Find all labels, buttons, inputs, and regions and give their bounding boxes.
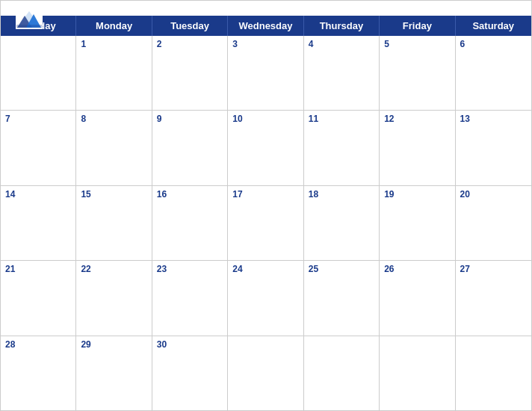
day-headers: Sunday Monday Tuesday Wednesday Thursday… <box>1 16 531 36</box>
day-number: 8 <box>81 114 146 124</box>
day-cell: 22 <box>76 261 152 335</box>
day-cell: 21 <box>1 261 76 335</box>
day-cell: 11 <box>304 111 380 185</box>
day-number: 29 <box>81 339 146 350</box>
day-cell: 30 <box>152 336 228 410</box>
day-cell: 28 <box>1 336 76 410</box>
day-cell: 1 <box>76 36 152 110</box>
day-cell: 13 <box>456 111 531 185</box>
header-monday: Monday <box>76 16 152 36</box>
day-number: 9 <box>157 114 223 124</box>
day-number: 23 <box>157 264 223 274</box>
day-number: 24 <box>232 264 298 274</box>
day-cell: 7 <box>1 111 76 185</box>
day-cell <box>456 336 531 410</box>
day-cell: 23 <box>152 261 228 335</box>
day-cell: 3 <box>228 36 303 110</box>
day-cell <box>228 336 303 410</box>
day-cell: 19 <box>380 186 455 260</box>
day-number: 7 <box>5 114 71 124</box>
day-cell: 16 <box>152 186 228 260</box>
day-cell: 4 <box>304 36 380 110</box>
day-cell: 27 <box>456 261 531 335</box>
logo-icon <box>16 8 43 29</box>
day-cell: 8 <box>76 111 152 185</box>
svg-rect-4 <box>16 25 42 28</box>
day-number: 5 <box>384 39 450 49</box>
day-number: 17 <box>232 189 298 200</box>
week-row-3: 14151617181920 <box>1 186 531 261</box>
day-cell: 5 <box>380 36 455 110</box>
day-number: 19 <box>384 189 450 200</box>
day-number: 26 <box>384 264 450 274</box>
day-number: 6 <box>460 39 527 49</box>
day-cell: 12 <box>380 111 455 185</box>
header-thursday: Thursday <box>304 16 380 36</box>
day-number: 22 <box>81 264 146 274</box>
day-cell <box>304 336 380 410</box>
day-number: 27 <box>460 264 527 274</box>
day-number: 18 <box>309 189 374 200</box>
week-row-5: 282930 <box>1 336 531 410</box>
day-cell: 17 <box>228 186 303 260</box>
day-cell: 2 <box>152 36 228 110</box>
day-number: 16 <box>157 189 223 200</box>
day-number: 12 <box>384 114 450 124</box>
day-number: 1 <box>81 39 146 49</box>
day-number: 28 <box>5 339 71 350</box>
calendar-body: 1234567891011121314151617181920212223242… <box>1 36 531 410</box>
day-cell: 26 <box>380 261 455 335</box>
day-cell: 24 <box>228 261 303 335</box>
day-number: 10 <box>232 114 298 124</box>
day-cell: 10 <box>228 111 303 185</box>
day-number: 14 <box>5 189 71 200</box>
day-number: 25 <box>309 264 374 274</box>
week-row-4: 21222324252627 <box>1 261 531 336</box>
day-cell <box>380 336 455 410</box>
header-tuesday: Tuesday <box>152 16 228 36</box>
day-cell <box>1 36 76 110</box>
day-cell: 29 <box>76 336 152 410</box>
logo <box>16 8 43 29</box>
week-row-1: 123456 <box>1 36 531 111</box>
day-number: 13 <box>460 114 527 124</box>
day-number: 2 <box>157 39 223 49</box>
day-cell: 15 <box>76 186 152 260</box>
calendar: Sunday Monday Tuesday Wednesday Thursday… <box>0 0 532 411</box>
day-number: 11 <box>309 114 374 124</box>
header-wednesday: Wednesday <box>228 16 303 36</box>
calendar-header <box>1 1 531 16</box>
day-cell: 6 <box>456 36 531 110</box>
day-number: 4 <box>309 39 374 49</box>
day-cell: 25 <box>304 261 380 335</box>
day-cell: 20 <box>456 186 531 260</box>
week-row-2: 78910111213 <box>1 111 531 185</box>
day-number: 20 <box>460 189 527 200</box>
day-number: 3 <box>232 39 298 49</box>
day-cell: 14 <box>1 186 76 260</box>
day-number: 21 <box>5 264 71 274</box>
header-friday: Friday <box>380 16 455 36</box>
day-cell: 18 <box>304 186 380 260</box>
day-number: 30 <box>157 339 223 350</box>
header-saturday: Saturday <box>456 16 531 36</box>
day-cell: 9 <box>152 111 228 185</box>
day-number: 15 <box>81 189 146 200</box>
